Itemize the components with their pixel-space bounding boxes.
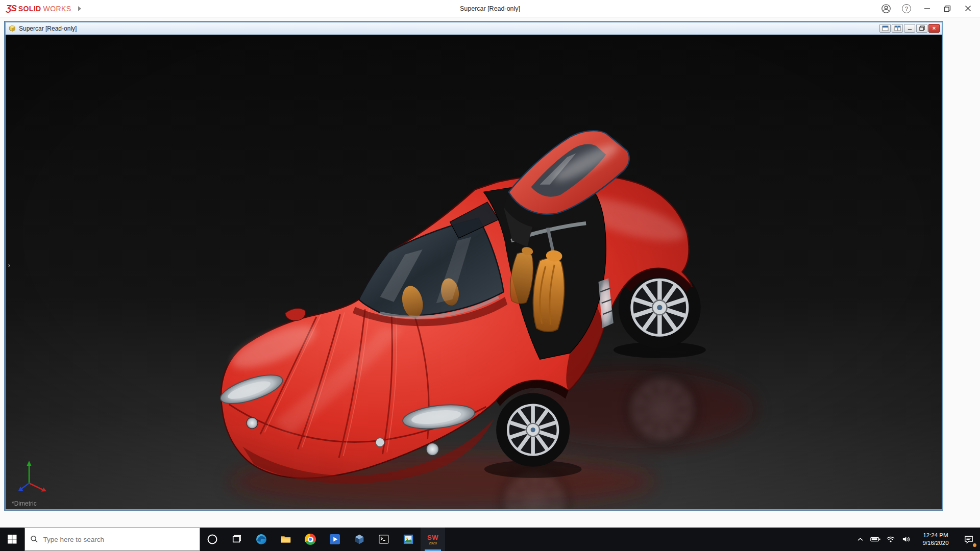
taskbar-cortana-button[interactable] — [200, 528, 225, 551]
minimize-icon — [924, 5, 930, 12]
app-minimize-button[interactable] — [917, 0, 937, 17]
brand-solid-text: SOLID — [18, 5, 41, 13]
restore-icon — [944, 5, 951, 12]
network-tray-button[interactable] — [883, 528, 898, 551]
taskbar-cad-cube-button[interactable] — [347, 528, 372, 551]
speaker-icon — [902, 536, 911, 543]
windows-taskbar: SW 2020 — [0, 528, 980, 551]
file-explorer-icon — [280, 534, 291, 545]
window-pane-icon — [882, 26, 889, 31]
doc-pane-button-1[interactable] — [879, 24, 891, 33]
dassault-3ds-logo-icon: ƷS — [6, 4, 16, 14]
solidworks-logo: ƷS SOLID WORKS — [0, 4, 71, 14]
taskbar-clock[interactable]: 12:24 PM 9/16/2020 — [914, 532, 958, 547]
photos-app-icon — [403, 534, 413, 544]
doc-restore-icon — [919, 26, 925, 31]
solidworks-application-window: ƷS SOLID WORKS Supercar [Read-only] ? — [0, 0, 980, 551]
command-prompt-icon — [379, 534, 389, 544]
taskbar-file-explorer-button[interactable] — [274, 528, 298, 551]
windows-logo-icon — [8, 535, 17, 544]
app-window-title: Supercar [Read-only] — [460, 5, 520, 12]
taskbar-search[interactable] — [24, 528, 200, 551]
app-titlebar[interactable]: ƷS SOLID WORKS Supercar [Read-only] ? — [0, 0, 980, 17]
chevron-up-icon — [857, 537, 864, 542]
doc-pane-button-2[interactable] — [892, 24, 903, 33]
taskbar-task-view-button[interactable] — [225, 528, 249, 551]
hidden-icons-button[interactable] — [852, 528, 868, 551]
app-restore-button[interactable] — [937, 0, 958, 17]
task-view-icon — [232, 534, 242, 544]
start-button[interactable] — [0, 528, 24, 551]
document-title: Supercar [Read-only] — [19, 25, 77, 32]
taskbar-edge-button[interactable] — [249, 528, 274, 551]
search-icon — [30, 535, 39, 544]
help-button[interactable]: ? — [896, 0, 917, 17]
graphics-viewport[interactable]: › *Dimetric — [6, 35, 942, 509]
taskbar-command-prompt-button[interactable] — [372, 528, 396, 551]
notification-badge — [973, 543, 976, 547]
doc-restore-button[interactable] — [916, 24, 927, 33]
volume-tray-button[interactable] — [898, 528, 914, 551]
taskbar-media-app-button[interactable] — [323, 528, 347, 551]
app-close-button[interactable] — [958, 0, 978, 17]
orientation-triad[interactable] — [14, 455, 55, 496]
battery-icon — [870, 536, 880, 542]
menu-expand-arrow-icon[interactable] — [78, 6, 81, 11]
clock-time: 12:24 PM — [914, 532, 958, 539]
clock-date: 9/16/2020 — [914, 539, 958, 547]
action-center-icon — [964, 535, 973, 544]
chrome-icon — [305, 534, 316, 545]
wifi-icon — [886, 536, 895, 543]
close-icon — [965, 5, 971, 12]
front-badge — [376, 438, 384, 447]
solidworks-2020-icon: SW 2020 — [427, 534, 438, 545]
cortana-icon — [207, 534, 218, 545]
featuremanager-collapse-tab[interactable]: › — [6, 258, 13, 273]
taskbar-chrome-button[interactable] — [298, 528, 323, 551]
help-icon: ? — [902, 4, 911, 13]
taskbar-solidworks-button[interactable]: SW 2020 — [421, 528, 445, 551]
account-icon — [881, 4, 891, 14]
part-document-icon — [9, 25, 16, 32]
mdi-client-area: Supercar [Read-only] — [0, 17, 980, 528]
document-window: Supercar [Read-only] — [5, 21, 943, 510]
view-orientation-label: *Dimetric — [12, 500, 37, 507]
cad-cube-icon — [354, 534, 365, 545]
brand-works-text: WORKS — [43, 5, 71, 13]
account-button[interactable] — [876, 0, 896, 17]
doc-minimize-button[interactable] — [904, 24, 915, 33]
front-wheel[interactable] — [496, 393, 570, 467]
search-input[interactable] — [43, 536, 194, 543]
supercar-model[interactable] — [6, 35, 942, 509]
document-titlebar[interactable]: Supercar [Read-only] — [6, 22, 942, 35]
battery-tray-button[interactable] — [868, 528, 883, 551]
doc-minimize-icon — [907, 26, 913, 31]
action-center-button[interactable] — [958, 528, 980, 551]
split-pane-icon — [894, 26, 901, 31]
taskbar-photos-button[interactable] — [396, 528, 421, 551]
media-app-icon — [330, 534, 340, 544]
doc-close-button[interactable]: × — [928, 24, 940, 33]
collapse-arrow-icon: › — [8, 262, 10, 269]
doc-close-icon: × — [933, 26, 936, 31]
edge-icon — [255, 533, 267, 545]
